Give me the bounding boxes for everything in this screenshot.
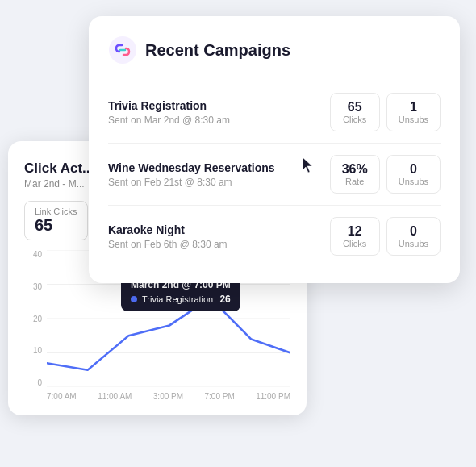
y-label-30: 30 [33, 282, 42, 291]
stat-value: 0 [399, 162, 428, 177]
x-label-700am: 7:00 AM [47, 392, 77, 401]
stat-label: Unsubs [399, 177, 428, 186]
campaign-date: Sent on Mar 2nd @ 8:30 am [108, 115, 330, 126]
x-label-1100pm: 11:00 PM [256, 392, 290, 401]
tooltip-value: 26 [219, 294, 230, 305]
tooltip-dot [131, 296, 137, 302]
card-header: Recent Campaigns [108, 35, 441, 65]
y-label-10: 10 [33, 346, 42, 355]
stat-value: 65 [342, 100, 368, 115]
campaign-info: Karaoke NightSent on Feb 6th @ 8:30 am [108, 223, 330, 250]
stat-label: Clicks [342, 115, 368, 124]
campaign-stats: 65Clicks1Unsubs [330, 93, 441, 131]
campaign-date: Sent on Feb 6th @ 8:30 am [108, 239, 330, 250]
stat-box: 0Unsubs [386, 217, 441, 256]
link-clicks-value: 65 [35, 216, 77, 235]
campaign-row: Karaoke NightSent on Feb 6th @ 8:30 am12… [108, 205, 441, 267]
x-label-1100am: 11:00 AM [98, 392, 132, 401]
campaign-stats: 12Clicks0Unsubs [330, 217, 441, 256]
stat-box: 1Unsubs [386, 93, 441, 131]
link-clicks-label: Link Clicks [35, 206, 77, 216]
chart-y-labels: 40 30 20 10 0 [24, 250, 42, 387]
campaign-info: Wine Wednesday ReservationsSent on Feb 2… [108, 161, 330, 188]
campaign-name: Wine Wednesday Reservations [108, 161, 330, 174]
tooltip-row: Trivia Registration 26 [131, 294, 231, 305]
stat-label: Clicks [342, 239, 368, 248]
cursor-icon [303, 157, 315, 173]
tooltip-series-label: Trivia Registration [142, 294, 213, 304]
campaign-date: Sent on Feb 21st @ 8:30 am [108, 177, 330, 188]
stat-value: 36% [342, 162, 368, 177]
campaign-row: Trivia RegistrationSent on Mar 2nd @ 8:3… [108, 81, 441, 143]
stat-label: Unsubs [399, 239, 428, 248]
campaign-info: Trivia RegistrationSent on Mar 2nd @ 8:3… [108, 99, 330, 126]
stat-box: 12Clicks [330, 217, 380, 256]
stat-box: 36%Rate [330, 155, 380, 194]
stat-value: 1 [399, 100, 428, 115]
campaigns-list: Trivia RegistrationSent on Mar 2nd @ 8:3… [108, 81, 441, 267]
x-label-700pm: 7:00 PM [204, 392, 234, 401]
campaign-name: Karaoke Night [108, 223, 330, 236]
campaign-name: Trivia Registration [108, 99, 330, 112]
recent-campaigns-card: Recent Campaigns Trivia RegistrationSent… [89, 16, 460, 283]
y-label-20: 20 [33, 315, 42, 323]
stat-label: Rate [342, 177, 368, 186]
x-label-300pm: 3:00 PM [153, 392, 183, 401]
campaigns-icon [108, 35, 137, 65]
chart-x-labels: 7:00 AM 11:00 AM 3:00 PM 7:00 PM 11:00 P… [47, 392, 290, 401]
stat-value: 12 [342, 224, 368, 239]
stat-label: Unsubs [399, 115, 428, 124]
card-title: Recent Campaigns [145, 41, 290, 60]
stat-box: 0Unsubs [386, 155, 441, 194]
stat-value: 0 [399, 224, 428, 239]
link-clicks-badge: Link Clicks 65 [24, 201, 88, 240]
y-label-0: 0 [37, 378, 42, 387]
campaign-row: Wine Wednesday ReservationsSent on Feb 2… [108, 143, 441, 205]
stat-box: 65Clicks [330, 93, 380, 131]
campaign-stats: 36%Rate0Unsubs [330, 155, 441, 194]
y-label-40: 40 [33, 250, 42, 259]
